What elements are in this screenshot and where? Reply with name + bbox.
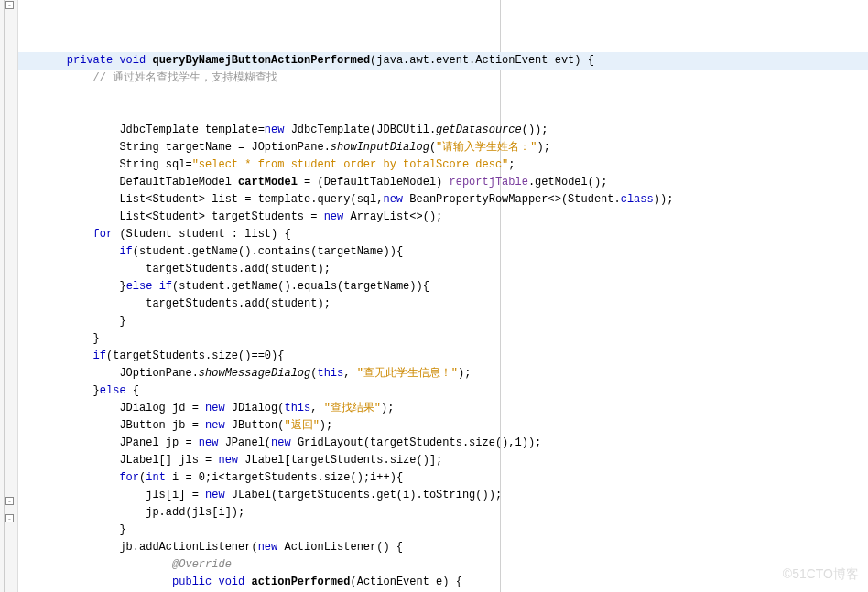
code-line[interactable]: String sql="select * from student order …	[18, 156, 868, 174]
code-line[interactable]: jls[i] = new JLabel(targetStudents.get(i…	[18, 487, 868, 504]
code-line[interactable]: JPanel jp = new JPanel(new GridLayout(ta…	[18, 435, 868, 452]
code-line[interactable]	[18, 104, 868, 122]
fold-marker[interactable]: -	[5, 1, 14, 9]
fold-marker[interactable]: -	[5, 514, 14, 522]
code-line[interactable]: for(int i = 0;i<targetStudents.size();i+…	[18, 469, 868, 487]
code-line[interactable]: List<Student> targetStudents = new Array…	[18, 209, 868, 226]
code-line[interactable]: JDialog jd = new JDialog(this, "查找结果");	[18, 400, 868, 417]
code-line[interactable]: @Override	[18, 556, 868, 574]
code-line[interactable]: if(student.getName().contains(targetName…	[18, 243, 868, 261]
code-line[interactable]: JButton jb = new JButton("返回");	[18, 417, 868, 435]
fold-marker[interactable]: -	[5, 497, 14, 505]
code-line[interactable]: if(targetStudents.size()==0){	[18, 348, 868, 365]
code-line[interactable]: private void queryByNamejButtonActionPer…	[18, 52, 868, 70]
code-line[interactable]: List<Student> list = template.query(sql,…	[18, 191, 868, 209]
code-line[interactable]: targetStudents.add(student);	[18, 261, 868, 278]
code-editor-area[interactable]: private void queryByNamejButtonActionPer…	[18, 0, 868, 592]
code-line[interactable]: DefaultTableModel cartModel = (DefaultTa…	[18, 174, 868, 191]
code-line[interactable]: }else {	[18, 382, 868, 400]
watermark: ©51CTO博客	[783, 566, 859, 583]
gutter-guide	[4, 0, 5, 592]
code-line[interactable]: String targetName = JOptionPane.showInpu…	[18, 139, 868, 156]
code-line[interactable]: JdbcTemplate template=new JdbcTemplate(J…	[18, 122, 868, 139]
code-line[interactable]: JLabel[] jls = new JLabel[targetStudents…	[18, 452, 868, 469]
code-line[interactable]: // 通过姓名查找学生，支持模糊查找	[18, 70, 868, 87]
code-line[interactable]: }	[18, 313, 868, 330]
code-line[interactable]: jp.add(jls[i]);	[18, 504, 868, 522]
code-line[interactable]: JOptionPane.showMessageDialog(this, "查无此…	[18, 365, 868, 382]
code-line[interactable]: }	[18, 522, 868, 539]
code-line[interactable]	[18, 87, 868, 104]
code-line[interactable]: public void actionPerformed(ActionEvent …	[18, 574, 868, 591]
code-line[interactable]: targetStudents.add(student);	[18, 296, 868, 313]
code-line[interactable]: }else if(student.getName().equals(target…	[18, 278, 868, 296]
code-line[interactable]: for (Student student : list) {	[18, 226, 868, 243]
code-line[interactable]: jb.addActionListener(new ActionListener(…	[18, 539, 868, 556]
code-line[interactable]: }	[18, 330, 868, 348]
editor-gutter: ---	[0, 0, 18, 592]
